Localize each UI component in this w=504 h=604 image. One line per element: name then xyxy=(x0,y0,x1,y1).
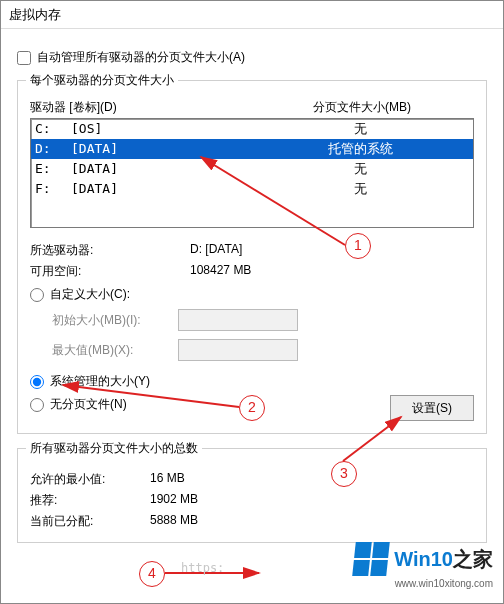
drive-row[interactable]: D:[DATA]托管的系统 xyxy=(31,139,473,159)
totals-group: 所有驱动器分页文件大小的总数 允许的最小值: 16 MB 推荐: 1902 MB… xyxy=(17,448,487,543)
drive-letter: D: xyxy=(35,139,71,159)
drive-volume-label: [DATA] xyxy=(71,179,251,199)
virtual-memory-dialog: 虚拟内存 自动管理所有驱动器的分页文件大小(A) 每个驱动器的分页文件大小 驱动… xyxy=(0,0,504,604)
system-managed-radio[interactable] xyxy=(30,375,44,389)
watermark-brand: Win10 xyxy=(394,548,453,570)
drive-paging-value: 无 xyxy=(251,159,469,179)
no-paging-label: 无分页文件(N) xyxy=(50,396,127,413)
auto-manage-label: 自动管理所有驱动器的分页文件大小(A) xyxy=(37,49,245,66)
drive-letter: C: xyxy=(35,119,71,139)
totals-group-label: 所有驱动器分页文件大小的总数 xyxy=(26,440,202,457)
selected-drive-value: D: [DATA] xyxy=(190,242,242,259)
annotation-4: 4 xyxy=(139,561,165,587)
drive-letter: E: xyxy=(35,159,71,179)
avail-space-label: 可用空间: xyxy=(30,263,190,280)
initial-size-input[interactable] xyxy=(178,309,298,331)
drive-row[interactable]: E:[DATA]无 xyxy=(31,159,473,179)
no-paging-radio[interactable] xyxy=(30,398,44,412)
drive-volume-label: [DATA] xyxy=(71,139,251,159)
col-paging-header: 分页文件大小(MB) xyxy=(250,99,474,116)
window-title: 虚拟内存 xyxy=(1,1,503,29)
drive-listbox[interactable]: C:[OS]无D:[DATA]托管的系统E:[DATA]无F:[DATA]无 xyxy=(30,118,474,228)
max-size-label: 最大值(MB)(X): xyxy=(52,342,172,359)
annotation-2: 2 xyxy=(239,395,265,421)
windows-logo-icon xyxy=(352,542,390,576)
custom-size-radio[interactable] xyxy=(30,288,44,302)
avail-space-value: 108427 MB xyxy=(190,263,251,280)
drive-row[interactable]: C:[OS]无 xyxy=(31,119,473,139)
drive-volume-label: [DATA] xyxy=(71,159,251,179)
watermark-brand2: 之家 xyxy=(453,548,493,570)
custom-size-label: 自定义大小(C): xyxy=(50,286,130,303)
currently-allocated-label: 当前已分配: xyxy=(30,513,150,530)
drive-paging-value: 无 xyxy=(251,179,469,199)
currently-allocated-value: 5888 MB xyxy=(150,513,198,530)
initial-size-label: 初始大小(MB)(I): xyxy=(52,312,172,329)
watermark-url: www.win10xitong.com xyxy=(354,578,493,589)
annotation-3: 3 xyxy=(331,461,357,487)
drive-paging-value: 无 xyxy=(251,119,469,139)
drive-row[interactable]: F:[DATA]无 xyxy=(31,179,473,199)
col-drive-header: 驱动器 [卷标](D) xyxy=(30,99,250,116)
watermark: Win10之家 www.win10xitong.com xyxy=(354,542,493,589)
content: 自动管理所有驱动器的分页文件大小(A) 每个驱动器的分页文件大小 驱动器 [卷标… xyxy=(1,29,503,553)
auto-manage-checkbox[interactable] xyxy=(17,51,31,65)
max-size-input[interactable] xyxy=(178,339,298,361)
min-allowed-label: 允许的最小值: xyxy=(30,471,150,488)
per-drive-group-label: 每个驱动器的分页文件大小 xyxy=(26,72,178,89)
selected-drive-label: 所选驱动器: xyxy=(30,242,190,259)
drive-volume-label: [OS] xyxy=(71,119,251,139)
annotation-1: 1 xyxy=(345,233,371,259)
min-allowed-value: 16 MB xyxy=(150,471,185,488)
set-button[interactable]: 设置(S) xyxy=(390,395,474,421)
system-managed-label: 系统管理的大小(Y) xyxy=(50,373,150,390)
per-drive-group: 每个驱动器的分页文件大小 驱动器 [卷标](D) 分页文件大小(MB) C:[O… xyxy=(17,80,487,434)
faint-url: https: xyxy=(181,561,224,575)
drive-paging-value: 托管的系统 xyxy=(251,139,469,159)
recommended-label: 推荐: xyxy=(30,492,150,509)
drive-letter: F: xyxy=(35,179,71,199)
recommended-value: 1902 MB xyxy=(150,492,198,509)
